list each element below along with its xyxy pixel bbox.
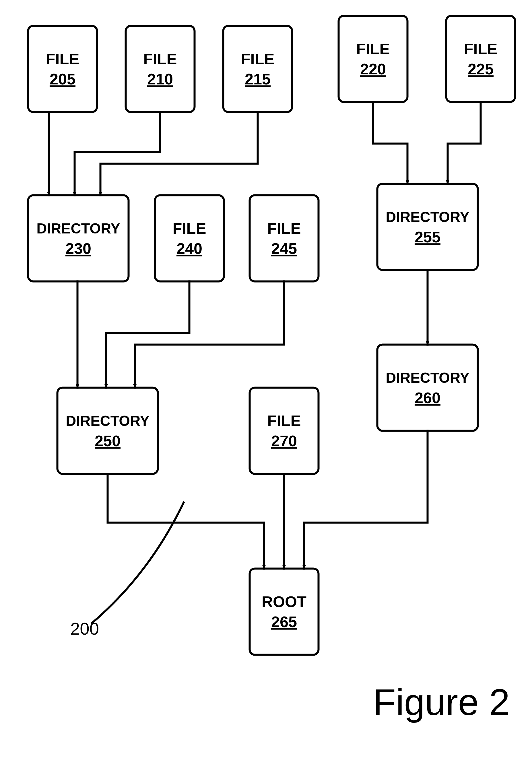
arrow — [106, 282, 189, 388]
node-number: 255 — [414, 228, 440, 246]
node-file-205: FILE 205 — [28, 26, 97, 112]
svg-rect-8 — [377, 184, 478, 270]
node-title: DIRECTORY — [386, 370, 469, 386]
node-file-240: FILE 240 — [155, 195, 224, 282]
node-number: 230 — [66, 240, 91, 257]
node-title: FILE — [241, 50, 275, 68]
node-number: 270 — [271, 432, 297, 449]
node-number: 215 — [245, 70, 271, 88]
node-title: DIRECTORY — [386, 209, 469, 225]
svg-rect-12 — [250, 568, 319, 655]
node-file-220: FILE 220 — [339, 16, 407, 102]
node-title: FILE — [143, 50, 177, 68]
node-title: FILE — [357, 40, 390, 57]
arrow — [304, 431, 427, 568]
svg-rect-3 — [339, 16, 407, 102]
node-number: 210 — [147, 70, 173, 88]
node-number: 260 — [414, 389, 440, 406]
node-file-270: FILE 270 — [250, 388, 319, 474]
svg-rect-9 — [57, 388, 158, 474]
svg-rect-7 — [250, 195, 319, 282]
diagram-canvas: FILE 205 FILE 210 FILE 215 FILE 220 FILE… — [0, 0, 532, 765]
node-number: 245 — [271, 240, 297, 257]
node-title: DIRECTORY — [66, 413, 149, 429]
node-root-265: ROOT 265 — [250, 568, 319, 655]
node-title: FILE — [46, 50, 80, 68]
node-file-215: FILE 215 — [223, 26, 292, 112]
node-title: FILE — [173, 220, 206, 237]
svg-rect-6 — [155, 195, 224, 282]
arrow — [135, 282, 284, 388]
node-directory-255: DIRECTORY 255 — [377, 184, 478, 270]
node-file-210: FILE 210 — [126, 26, 194, 112]
svg-rect-5 — [28, 195, 129, 282]
node-title: FILE — [267, 412, 301, 429]
svg-rect-10 — [250, 388, 319, 474]
node-title: DIRECTORY — [36, 221, 120, 237]
svg-rect-1 — [126, 26, 194, 112]
node-number: 225 — [468, 60, 494, 78]
node-file-245: FILE 245 — [250, 195, 319, 282]
svg-rect-0 — [28, 26, 97, 112]
node-number: 250 — [95, 432, 121, 449]
reference-curve — [92, 502, 184, 623]
node-number: 265 — [271, 613, 297, 630]
arrow — [108, 474, 264, 568]
node-directory-260: DIRECTORY 260 — [377, 345, 478, 431]
arrow — [373, 102, 407, 184]
node-number: 240 — [176, 240, 202, 257]
node-number: 205 — [50, 70, 76, 88]
svg-rect-11 — [377, 345, 478, 431]
node-file-225: FILE 225 — [446, 16, 515, 102]
arrow — [75, 112, 160, 195]
svg-rect-4 — [446, 16, 515, 102]
node-number: 220 — [360, 60, 386, 78]
reference-number: 200 — [70, 619, 99, 638]
node-title: ROOT — [262, 593, 307, 610]
svg-rect-2 — [223, 26, 292, 112]
node-directory-250: DIRECTORY 250 — [57, 388, 158, 474]
node-title: FILE — [267, 220, 301, 237]
node-directory-230: DIRECTORY 230 — [28, 195, 129, 282]
arrow — [101, 112, 258, 195]
figure-label: Figure 2 — [373, 681, 510, 723]
node-title: FILE — [464, 40, 498, 57]
arrow — [448, 102, 481, 184]
